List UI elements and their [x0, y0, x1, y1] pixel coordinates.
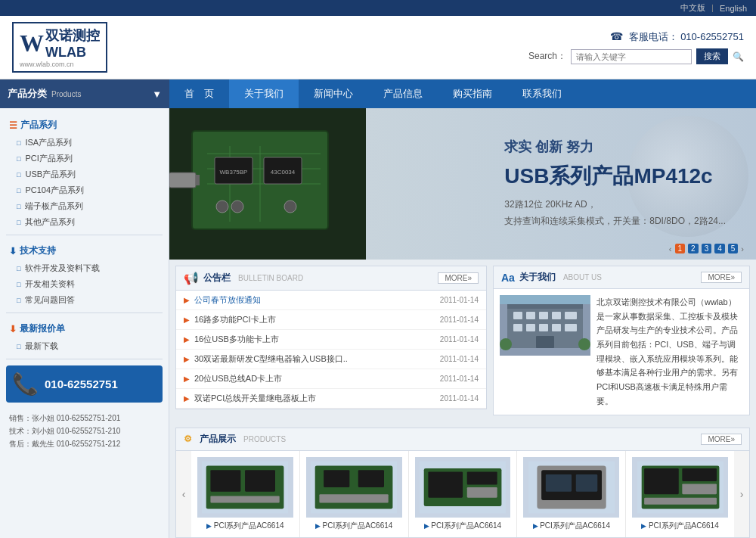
banner-page-4[interactable]: 4 — [714, 244, 725, 253]
logo-w-letter: W — [20, 30, 44, 58]
phone-big-icon: 📞 — [12, 372, 39, 397]
logo-brand: WLAB — [45, 45, 100, 61]
sidebar-item-dev[interactable]: □开发相关资料 — [0, 276, 169, 292]
products-prev-arrow[interactable]: ‹ — [176, 451, 191, 537]
svg-rect-12 — [196, 175, 200, 185]
banner-page-2[interactable]: 2 — [688, 244, 699, 253]
svg-rect-32 — [500, 295, 590, 304]
bulletin-item-5[interactable]: ▶双诺PCI总线开关量继电器板上市 2011-01-14 — [176, 389, 486, 409]
about-icon: Aa — [501, 272, 515, 284]
banner-page-5[interactable]: 5 — [728, 244, 739, 253]
sidebar-item-usb[interactable]: □USB产品系列 — [0, 166, 169, 182]
lang-cn[interactable]: 中文版 — [677, 2, 708, 14]
search-input[interactable] — [571, 49, 692, 64]
logo-area: W 双诺测控 WLAB www.wlab.com.cn — [12, 22, 107, 73]
product-item-2[interactable]: PCI系列产品AC6614 — [409, 451, 518, 537]
nav-item-home[interactable]: 首 页 — [169, 79, 229, 108]
product-item-1[interactable]: PCI系列产品AC6614 — [300, 451, 409, 537]
bulletin-more-btn[interactable]: MORE» — [438, 272, 479, 284]
svg-rect-46 — [467, 471, 497, 484]
svg-rect-29 — [536, 336, 554, 348]
products-next-arrow[interactable]: › — [734, 451, 749, 537]
bulletin-title-cn: 公告栏 — [203, 272, 231, 285]
sidebar-divider-1 — [6, 235, 163, 235]
lang-en[interactable]: English — [717, 3, 750, 14]
sidebar-item-pci[interactable]: □PCI产品系列 — [0, 151, 169, 166]
sidebar-item-other[interactable]: □其他产品系列 — [0, 214, 169, 230]
about-text: 北京双诺测控技术有限公司（wwlab）是一家从事数据采集、工控板卡及模块产品研发… — [596, 295, 743, 409]
banner-page-3[interactable]: 3 — [702, 244, 712, 253]
svg-rect-35 — [211, 470, 241, 492]
bulletin-item-date-4: 2011-01-14 — [440, 375, 479, 383]
bulletin-col: 📢 公告栏 BULLETIN BOARD MORE» ▶公司春节放假通知 201… — [175, 266, 487, 421]
bulletin-item-3[interactable]: ▶30双诺最新研发C型继电器输入USB接口.. 2011-01-14 — [176, 350, 486, 369]
products-section: ⚙ 产品展示 PRODUCTS MORE» ‹ — [175, 428, 750, 538]
sidebar-item-price[interactable]: □最新下载 — [0, 338, 169, 354]
about-more-btn[interactable]: MORE» — [701, 272, 742, 283]
bulletin-item-icon-0: ▶ — [184, 296, 190, 304]
phone-icon: ☎ — [610, 30, 623, 42]
svg-rect-19 — [513, 312, 522, 319]
svg-point-31 — [578, 338, 590, 350]
products-grid: ‹ PCI系列产品AC6614 — [176, 451, 749, 537]
bulletin-item-date-2: 2011-01-14 — [440, 335, 479, 344]
contact-service: 售后：戴先生 010-62552751-212 — [9, 437, 160, 450]
price-title-text: 最新报价单 — [20, 322, 65, 335]
banner-image: WB375BP 43C0034 — [169, 108, 366, 260]
header-right: ☎ 客服电话： 010-62552751 Search： 搜索 🔍 — [528, 30, 744, 64]
nav-item-buying[interactable]: 购买指南 — [438, 79, 507, 108]
sidebar-item-terminal[interactable]: □端子板产品系列 — [0, 198, 169, 214]
contact-tech: 技术：刘小姐 010-62552751-210 — [9, 424, 160, 437]
nav-item-products[interactable]: 产品信息 — [368, 79, 438, 108]
svg-rect-56 — [682, 468, 717, 480]
svg-rect-47 — [467, 487, 497, 498]
svg-rect-55 — [644, 468, 679, 493]
bulletin-item-0[interactable]: ▶公司春节放假通知 2011-01-14 — [176, 291, 486, 310]
svg-text:43C0034: 43C0034 — [271, 169, 296, 176]
nav-item-about[interactable]: 关于我们 — [229, 79, 299, 108]
main-wrapper: ☰ 产品系列 □ISA产品系列 □PCI产品系列 □USB产品系列 □PC104… — [0, 108, 756, 538]
svg-rect-41 — [358, 470, 384, 487]
sidebar-item-faq[interactable]: □常见问题回答 — [0, 292, 169, 308]
products-icon: ☰ — [9, 120, 17, 131]
sidebar-item-isa[interactable]: □ISA产品系列 — [0, 135, 169, 151]
svg-rect-11 — [169, 173, 196, 188]
nav-item-contact[interactable]: 联系我们 — [507, 79, 577, 108]
bulletin-item-date-0: 2011-01-14 — [440, 296, 479, 304]
logo-box: W 双诺测控 WLAB www.wlab.com.cn — [12, 22, 107, 73]
sidebar-item-software[interactable]: □软件开发及资料下载 — [0, 260, 169, 276]
product-item-3[interactable]: PCI系列产品AC6614 — [517, 451, 626, 537]
bulletin-item-2[interactable]: ▶16位USB多功能卡上市 2011-01-14 — [176, 330, 486, 350]
bulletin-item-1[interactable]: ▶16路多功能PCI卡上市 2011-01-14 — [176, 310, 486, 330]
products-title-en: PRODUCTS — [243, 435, 286, 443]
banner-text: 求实 创新 努力 USB系列产品MP412c 32路12位 20KHz AD， … — [489, 108, 741, 260]
bulletin-item-date-5: 2011-01-14 — [440, 394, 479, 403]
sidebar-tech-title: ⬇ 技术支持 — [0, 240, 169, 260]
product-thumb-4 — [632, 457, 728, 518]
banner-page-1[interactable]: 1 — [675, 244, 686, 253]
bulletin-item-icon-1: ▶ — [184, 316, 190, 324]
svg-rect-37 — [211, 496, 280, 502]
nav-item-news[interactable]: 新闻中心 — [299, 79, 368, 108]
phone-line: ☎ 客服电话： 010-62552751 — [528, 30, 744, 44]
svg-rect-58 — [644, 497, 717, 504]
search-area: Search： 搜索 🔍 — [528, 48, 744, 64]
sidebar-item-pc104[interactable]: □PC104产品系列 — [0, 182, 169, 198]
banner-next[interactable]: › — [741, 244, 744, 253]
sidebar-divider-3 — [6, 359, 163, 359]
search-button[interactable]: 搜索 — [696, 48, 728, 64]
product-item-0[interactable]: PCI系列产品AC6614 — [191, 451, 300, 537]
sidebar-products-title: ☰ 产品系列 — [0, 114, 169, 135]
svg-rect-22 — [552, 312, 561, 319]
bulletin-item-4[interactable]: ▶20位USB总线AD卡上市 2011-01-14 — [176, 369, 486, 389]
banner-prev[interactable]: ‹ — [669, 244, 672, 253]
nav-products-label[interactable]: 产品分类 Products ▼ — [0, 79, 169, 108]
svg-rect-24 — [513, 324, 522, 331]
bulletin-item-icon-3: ▶ — [184, 355, 190, 363]
about-title-cn: 关于我们 — [519, 271, 556, 284]
header: W 双诺测控 WLAB www.wlab.com.cn ☎ 客服电话： 010-… — [0, 16, 756, 79]
content: WB375BP 43C0034 求实 创新 努力 USB系列 — [169, 108, 756, 538]
products-more-btn[interactable]: MORE» — [701, 434, 742, 445]
bulletin-item-icon-5: ▶ — [184, 394, 190, 403]
product-item-4[interactable]: PCI系列产品AC6614 — [626, 451, 734, 537]
